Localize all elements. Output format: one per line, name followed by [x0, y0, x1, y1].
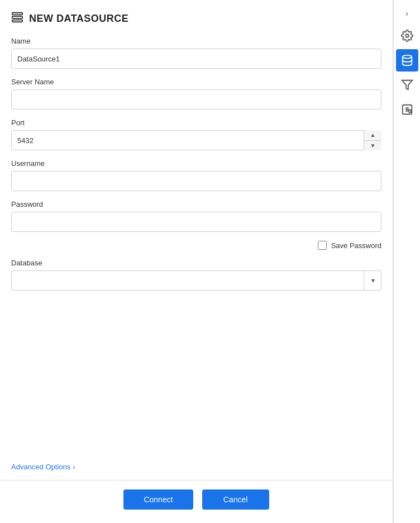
save-password-label[interactable]: Save Password [331, 241, 381, 250]
advanced-options-label: Advanced Options [11, 463, 70, 471]
database-select[interactable] [11, 270, 381, 291]
username-input[interactable] [11, 171, 381, 191]
page-header: NEW DATASOURCE [11, 11, 381, 26]
name-input[interactable] [11, 49, 381, 69]
save-password-checkbox[interactable] [318, 241, 327, 250]
server-name-input[interactable] [11, 89, 381, 110]
sidebar: › [393, 0, 420, 523]
advanced-options-section: Advanced Options › [0, 463, 393, 480]
port-decrement-button[interactable]: ▼ [364, 141, 381, 151]
svg-point-4 [402, 55, 412, 59]
sidebar-toggle-button[interactable]: › [396, 4, 418, 22]
svg-marker-5 [402, 80, 412, 90]
port-group: Port ▲ ▼ [11, 118, 381, 150]
advanced-options-chevron-icon: › [73, 463, 75, 471]
svg-rect-2 [12, 20, 22, 22]
port-spinners: ▲ ▼ [364, 130, 381, 150]
sidebar-item-filter[interactable] [396, 74, 418, 96]
name-label: Name [11, 37, 381, 45]
page-title: NEW DATASOURCE [29, 13, 128, 25]
advanced-options-link[interactable]: Advanced Options › [11, 463, 381, 471]
port-increment-button[interactable]: ▲ [364, 130, 381, 141]
save-password-row: Save Password [11, 241, 381, 250]
datasource-header-icon [11, 11, 23, 26]
database-label: Database [11, 259, 381, 267]
svg-point-7 [408, 110, 411, 112]
main-panel: NEW DATASOURCE Name Server Name Port ▲ ▼ [0, 0, 393, 523]
port-wrapper: ▲ ▼ [11, 130, 381, 150]
svg-point-3 [405, 34, 409, 37]
sidebar-toggle-icon: › [405, 9, 408, 18]
svg-rect-0 [12, 13, 22, 15]
footer-buttons: Connect Cancel [0, 489, 393, 523]
password-group: Password [11, 200, 381, 232]
password-input[interactable] [11, 212, 381, 232]
server-name-group: Server Name [11, 78, 381, 110]
name-group: Name [11, 37, 381, 69]
svg-rect-1 [12, 16, 22, 18]
sidebar-item-settings[interactable] [396, 25, 418, 47]
password-label: Password [11, 200, 381, 208]
sidebar-item-report-settings[interactable] [396, 98, 418, 121]
cancel-button[interactable]: Cancel [202, 489, 269, 510]
port-label: Port [11, 118, 381, 127]
footer-divider [0, 480, 393, 481]
database-group: Database ▾ [11, 259, 381, 291]
username-label: Username [11, 159, 381, 168]
port-input[interactable] [11, 130, 381, 150]
username-group: Username [11, 159, 381, 191]
server-name-label: Server Name [11, 78, 381, 86]
connect-button[interactable]: Connect [123, 489, 193, 510]
sidebar-item-datasource[interactable] [396, 49, 418, 72]
database-wrapper: ▾ [11, 270, 381, 291]
form-container: NEW DATASOURCE Name Server Name Port ▲ ▼ [0, 0, 393, 463]
